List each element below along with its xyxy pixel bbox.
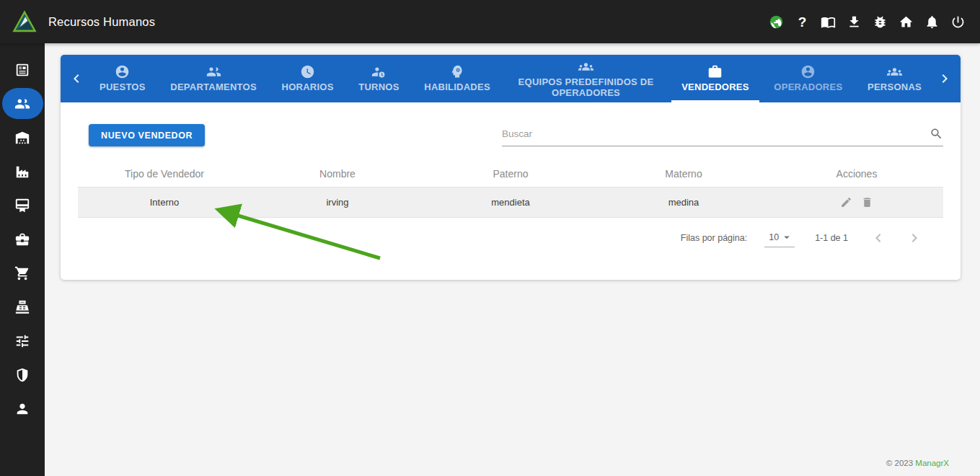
shield-icon <box>14 367 30 383</box>
home-icon[interactable] <box>899 14 914 30</box>
next-page-button[interactable] <box>906 229 923 247</box>
person-icon <box>14 401 30 417</box>
tab-departamentos[interactable]: DEPARTAMENTOS <box>166 55 261 102</box>
groups-icon <box>578 59 593 74</box>
sidebar-item-factory[interactable] <box>0 154 45 188</box>
factory-icon <box>14 164 30 180</box>
help-icon[interactable] <box>795 14 810 30</box>
sidebar-item-profile[interactable] <box>0 392 45 426</box>
power-icon[interactable] <box>950 14 966 30</box>
footer: © 2023 ManagrX <box>886 459 949 467</box>
briefcase-icon <box>14 232 30 247</box>
rows-per-page-label: Filas por página: <box>681 233 747 243</box>
briefcase-icon <box>707 64 723 79</box>
download-icon[interactable] <box>847 14 862 30</box>
groups-icon <box>887 64 902 79</box>
tab-personas[interactable]: PERSONAS <box>863 55 926 102</box>
rows-per-page-select[interactable]: 10 <box>764 229 795 247</box>
col-header-nombre: Nombre <box>251 168 424 180</box>
search-input[interactable] <box>502 128 930 139</box>
search-field <box>502 127 943 146</box>
cell-paterno: mendieta <box>424 197 597 208</box>
bug-report-icon[interactable] <box>873 14 888 30</box>
sidebar-item-human-resources[interactable] <box>0 87 45 120</box>
clock-icon <box>300 64 315 79</box>
new-vendor-button[interactable]: NUEVO VENDEDOR <box>89 124 205 146</box>
notifications-icon[interactable] <box>924 14 940 30</box>
tab-vendedores[interactable]: VENDEDORES <box>677 55 754 102</box>
vendors-card: PUESTOS DEPARTAMENTOS HORARIOS TURNOS <box>61 55 961 280</box>
globe-icon[interactable] <box>769 14 784 30</box>
table-row: Interno irving mendieta medina <box>78 187 943 218</box>
app-logo-icon <box>11 8 38 35</box>
tune-icon <box>14 333 30 349</box>
people-icon <box>14 96 30 112</box>
topbar-actions <box>769 14 980 30</box>
brand-link[interactable]: ManagrX <box>915 459 949 467</box>
copyright-text: © 2023 <box>886 459 913 467</box>
page-title: Recursos Humanos <box>48 15 155 29</box>
sidebar-item-briefcase[interactable] <box>0 222 45 256</box>
tabs-scroll-right-button[interactable] <box>935 69 955 89</box>
sidebar-item-news[interactable] <box>0 53 45 87</box>
sidebar-item-warehouse[interactable] <box>0 120 45 154</box>
search-icon[interactable] <box>930 127 943 141</box>
warehouse-icon <box>14 130 30 146</box>
sidebar-item-cart[interactable] <box>0 256 45 290</box>
pagination: Filas por página: 10 1-1 de 1 <box>78 218 943 258</box>
sidebar <box>0 43 45 476</box>
cell-materno: medina <box>597 197 770 208</box>
cell-nombre: irving <box>251 197 424 208</box>
news-icon <box>14 62 30 78</box>
previous-page-button[interactable] <box>870 229 887 247</box>
cell-tipo: Interno <box>78 197 251 208</box>
manual-icon[interactable] <box>821 14 836 30</box>
cell-actions <box>770 196 943 208</box>
module-tabbar: PUESTOS DEPARTAMENTOS HORARIOS TURNOS <box>61 55 961 102</box>
sidebar-item-settings[interactable] <box>0 324 45 358</box>
table-header-row: Tipo de Vendedor Nombre Paterno Materno … <box>78 161 943 187</box>
col-header-acciones: Acciones <box>770 168 943 180</box>
col-header-materno: Materno <box>597 168 770 180</box>
brain-icon <box>450 64 465 79</box>
tabs: PUESTOS DEPARTAMENTOS HORARIOS TURNOS <box>87 55 935 102</box>
tab-operadores[interactable]: OPERADORES <box>769 55 847 102</box>
tab-turnos[interactable]: TURNOS <box>354 55 403 102</box>
tab-horarios[interactable]: HORARIOS <box>278 55 338 102</box>
main-content: PUESTOS DEPARTAMENTOS HORARIOS TURNOS <box>45 43 980 476</box>
certificate-icon <box>14 198 30 213</box>
account-circle-icon <box>115 64 130 79</box>
cash-register-icon <box>14 299 30 315</box>
people-icon <box>206 64 221 79</box>
topbar: Recursos Humanos <box>0 0 980 43</box>
cart-icon <box>14 265 30 281</box>
chevron-down-icon <box>780 231 793 244</box>
sidebar-item-certificates[interactable] <box>0 188 45 222</box>
col-header-tipo: Tipo de Vendedor <box>78 168 251 180</box>
pagination-range: 1-1 de 1 <box>815 233 848 243</box>
sidebar-item-security[interactable] <box>0 358 45 392</box>
tab-habilidades[interactable]: HABILIDADES <box>420 55 495 102</box>
account-circle-icon <box>800 64 816 79</box>
person-clock-icon <box>371 64 387 79</box>
col-header-paterno: Paterno <box>424 168 597 180</box>
vendors-table: Tipo de Vendedor Nombre Paterno Materno … <box>78 161 943 218</box>
edit-icon[interactable] <box>840 196 852 208</box>
tab-puestos[interactable]: PUESTOS <box>95 55 150 102</box>
delete-icon[interactable] <box>861 196 873 208</box>
tabs-scroll-left-button[interactable] <box>66 69 87 89</box>
tab-equipos-predefinidos[interactable]: EQUIPOS PREDEFINIDOS DE OPERADORES <box>511 55 661 102</box>
sidebar-item-cash-register[interactable] <box>0 290 45 324</box>
